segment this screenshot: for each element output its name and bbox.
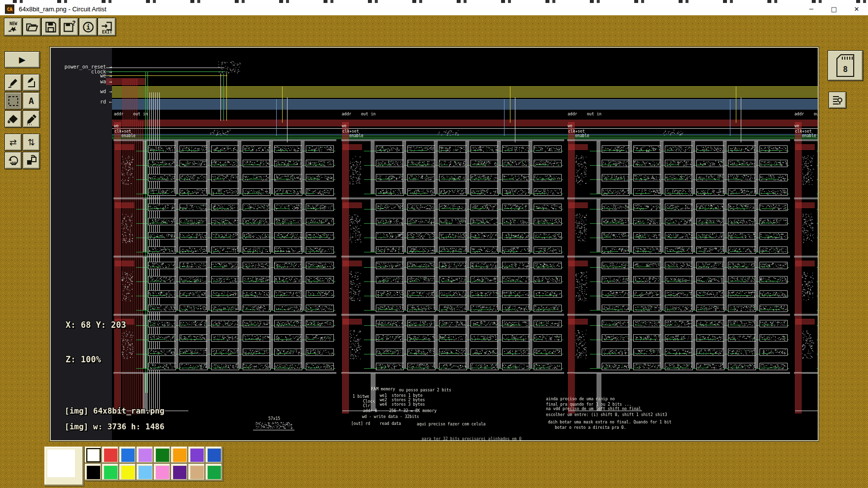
new-file-icon: NEW <box>6 20 20 34</box>
search-list-icon <box>832 94 843 106</box>
paste-flip-icon <box>25 154 38 167</box>
simulate-play-button[interactable]: ▶ <box>4 51 40 68</box>
titlebar: CA 64x8bit_ram.png - Circuit Artist ─ □ … <box>0 3 868 15</box>
color-swatch-0-0[interactable] <box>85 447 102 464</box>
svg-text:EXIT: EXIT <box>102 29 112 34</box>
color-swatch-0-1[interactable] <box>102 447 119 464</box>
color-swatch-fill <box>104 449 117 462</box>
svg-text:i: i <box>86 23 90 31</box>
info-button[interactable]: i <box>79 18 97 36</box>
tool-palette: ▶ A <box>4 51 41 169</box>
save-as-button[interactable]: ? <box>60 18 78 36</box>
color-swatch-fill <box>173 449 186 462</box>
window-title: 64x8bit_ram.png - Circuit Artist <box>19 5 107 13</box>
exit-icon: EXIT <box>100 20 114 34</box>
close-button[interactable]: ✕ <box>845 3 868 15</box>
window-controls: ─ □ ✕ <box>800 3 868 15</box>
circuit-canvas[interactable] <box>51 48 818 440</box>
svg-text:NEW: NEW <box>9 21 17 26</box>
app-icon: CA <box>5 4 14 14</box>
color-swatch-1-0[interactable] <box>85 464 102 481</box>
app-window: CA 64x8bit_ram.png - Circuit Artist ─ □ … <box>0 0 868 488</box>
color-swatch-fill <box>121 449 135 462</box>
picker-tool-button[interactable] <box>23 110 40 128</box>
main-toolbar: NEW ? <box>4 18 116 36</box>
color-swatch-0-4[interactable] <box>154 447 171 464</box>
color-swatch-1-5[interactable] <box>171 464 188 481</box>
rotate-90-icon: 90 <box>7 154 20 167</box>
color-swatch-fill <box>208 449 221 462</box>
color-swatch-1-3[interactable] <box>137 464 154 481</box>
current-color-swatch[interactable] <box>44 447 84 486</box>
color-swatch-fill <box>104 466 117 479</box>
color-swatch-0-5[interactable] <box>171 447 188 464</box>
save-as-icon: ? <box>63 20 76 34</box>
fill-tool-button[interactable] <box>4 110 22 128</box>
color-swatch-fill <box>156 449 169 462</box>
svg-text:90: 90 <box>11 162 16 166</box>
rotate-90-button[interactable]: 90 <box>4 152 22 169</box>
color-swatch-1-2[interactable] <box>119 464 137 481</box>
save-floppy-icon <box>44 20 58 34</box>
color-swatch-1-6[interactable] <box>188 464 206 481</box>
pencil-tool-button[interactable] <box>4 74 22 91</box>
open-file-button[interactable] <box>23 18 41 36</box>
new-file-button[interactable]: NEW <box>4 18 22 36</box>
swap-horizontal-button[interactable]: ⇄ <box>4 134 22 151</box>
select-tool-button[interactable] <box>4 92 22 109</box>
paint-bucket-icon <box>7 113 20 126</box>
paste-transform-button[interactable] <box>23 152 40 169</box>
color-swatch-fill <box>190 449 204 462</box>
color-swatch-fill <box>173 466 186 479</box>
color-swatch-fill <box>156 466 169 479</box>
color-swatch-0-7[interactable] <box>206 447 223 464</box>
color-swatch-1-4[interactable] <box>154 464 171 481</box>
color-swatch-1-1[interactable] <box>102 464 119 481</box>
color-swatch-fill <box>87 449 100 462</box>
search-lines-button[interactable] <box>829 92 846 108</box>
chip-library-button[interactable]: 8 <box>828 50 863 81</box>
color-swatch-fill <box>121 466 135 479</box>
color-swatch-0-3[interactable] <box>137 447 154 464</box>
color-swatch-0-2[interactable] <box>119 447 137 464</box>
maximize-button[interactable]: □ <box>823 3 845 15</box>
color-swatch-fill <box>208 466 221 479</box>
color-swatch-fill <box>139 449 152 462</box>
color-swatch-fill <box>139 466 152 479</box>
info-icon: i <box>81 20 95 34</box>
color-swatch-1-7[interactable] <box>206 464 223 481</box>
canvas-frame: X: 68 Y: 203 Z: 100% [img] 64x8bit_ram.p… <box>50 47 819 441</box>
color-swatch-fill <box>190 466 204 479</box>
pencil-icon <box>7 76 20 89</box>
exit-button[interactable]: EXIT <box>98 18 116 36</box>
memory-chip-icon: 8 <box>834 53 857 78</box>
save-button[interactable] <box>41 18 60 36</box>
svg-text:?: ? <box>72 19 75 27</box>
tool-group-gap <box>4 129 41 133</box>
svg-text:8: 8 <box>843 65 848 74</box>
selection-marquee-icon <box>7 95 20 107</box>
text-tool-button[interactable]: A <box>23 92 40 109</box>
open-folder-icon <box>25 20 39 34</box>
eyedropper-icon <box>25 113 38 126</box>
line-pencil-icon <box>25 76 38 89</box>
tool-grid: A ⇄ ⇅ 90 <box>4 74 41 169</box>
current-color-fill <box>47 450 75 477</box>
swap-vertical-button[interactable]: ⇅ <box>23 134 40 151</box>
color-swatch-fill <box>87 466 100 479</box>
color-swatch-0-6[interactable] <box>188 447 206 464</box>
line-tool-button[interactable] <box>23 74 40 91</box>
minimize-button[interactable]: ─ <box>800 3 823 15</box>
